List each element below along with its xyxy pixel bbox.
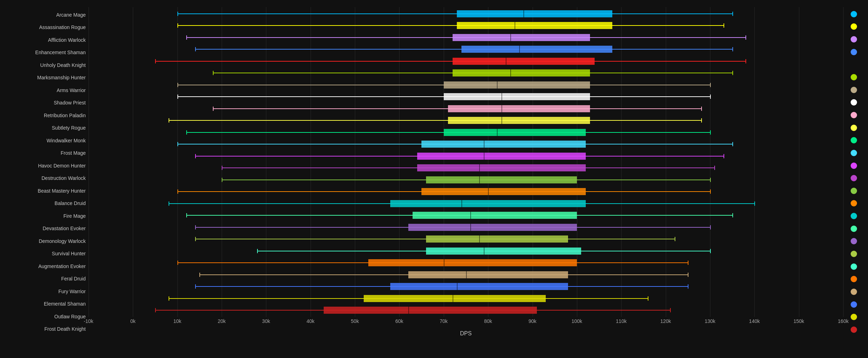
- whisker-cap-right: [675, 237, 675, 241]
- bar-row: [89, 293, 843, 304]
- whisker-cap-right: [745, 59, 746, 63]
- outlier-dot: [851, 213, 857, 219]
- y-label: Outlaw Rogue: [4, 311, 86, 322]
- y-label: Balance Druid: [4, 198, 86, 209]
- median-line: [470, 212, 471, 219]
- y-label: Arms Warrior: [4, 85, 86, 96]
- dot-row: [843, 123, 864, 133]
- whisker-cap-left: [195, 154, 196, 158]
- outlier-dot: [851, 314, 857, 320]
- outlier-dot: [851, 301, 857, 308]
- y-label: Frost Mage: [4, 148, 86, 158]
- bar-row: [89, 269, 843, 280]
- bar-row: [89, 80, 843, 90]
- y-label: Augmentation Evoker: [4, 261, 86, 272]
- whisker-cap-left: [186, 35, 187, 40]
- x-tick: 160k: [838, 318, 849, 324]
- whisker-cap-left: [195, 47, 196, 51]
- bar-row: [89, 257, 843, 268]
- y-label: Subtlety Rogue: [4, 123, 86, 133]
- chart-container: Arcane MageAssassination RogueAffliction…: [0, 0, 868, 358]
- dot-row: [843, 236, 864, 246]
- iqr-box: [368, 259, 577, 266]
- outlier-dot: [851, 238, 857, 244]
- dot-row: [843, 47, 864, 57]
- whisker-cap-left: [213, 107, 214, 111]
- x-axis-label: DPS: [89, 330, 843, 337]
- median-line: [501, 105, 502, 112]
- outlier-dot: [851, 125, 857, 131]
- iqr-box: [390, 283, 568, 290]
- y-label: Unholy Death Knight: [4, 60, 86, 70]
- whisker-cap-right: [732, 213, 733, 217]
- whisker-cap-left: [177, 12, 178, 16]
- bar-row: [89, 175, 843, 185]
- median-line: [501, 93, 502, 100]
- whisker-cap-left: [195, 284, 196, 289]
- bar-row: [89, 91, 843, 102]
- bar-row: [89, 198, 843, 209]
- iqr-box: [421, 141, 586, 148]
- outlier-dot: [851, 87, 857, 93]
- x-tick: 10k: [173, 318, 181, 324]
- median-line: [484, 153, 484, 160]
- outlier-dot: [851, 200, 857, 206]
- dot-row: [843, 286, 864, 297]
- dot-row: [843, 148, 864, 158]
- bar-row: [89, 163, 843, 173]
- outlier-dot: [851, 11, 857, 17]
- y-label: Retribution Paladin: [4, 110, 86, 121]
- bars-container: [89, 7, 843, 317]
- dot-column: [843, 7, 864, 337]
- dot-row: [843, 97, 864, 108]
- whisker-line: [177, 13, 732, 14]
- x-tick: 90k: [528, 318, 537, 324]
- median-line: [457, 283, 458, 290]
- median-line: [453, 295, 453, 302]
- y-label: Destruction Warlock: [4, 173, 86, 183]
- dot-row: [843, 198, 864, 209]
- whisker-cap-left: [199, 273, 200, 277]
- whisker-cap-left: [195, 237, 196, 241]
- median-line: [506, 58, 506, 65]
- iqr-box: [426, 235, 568, 243]
- bar-row: [89, 305, 843, 316]
- bar-row: [89, 115, 843, 126]
- y-axis-labels: Arcane MageAssassination RogueAffliction…: [4, 7, 89, 337]
- whisker-cap-left: [169, 201, 169, 206]
- whisker-cap-right: [732, 12, 733, 16]
- dot-row: [843, 211, 864, 221]
- dot-row: [843, 160, 864, 171]
- dot-row: [843, 274, 864, 284]
- whisker-cap-left: [222, 178, 222, 182]
- chart-area: -10k0k10k20k30k40k50k60k70k80k90k100k110…: [89, 7, 843, 337]
- whisker-cap-right: [732, 71, 733, 75]
- iqr-box: [457, 10, 612, 17]
- x-tick: 0k: [130, 318, 136, 324]
- y-label: Havoc Demon Hunter: [4, 160, 86, 171]
- median-line: [479, 164, 480, 171]
- dot-row: [843, 299, 864, 310]
- median-line: [488, 188, 489, 195]
- x-tick: 100k: [572, 318, 582, 324]
- whisker-cap-left: [177, 189, 178, 194]
- x-tick: 110k: [616, 318, 626, 324]
- y-label: Frost Death Knight: [4, 324, 86, 334]
- iqr-box: [444, 93, 590, 100]
- whisker-cap-left: [155, 59, 156, 63]
- iqr-box: [448, 117, 590, 124]
- median-line: [519, 46, 520, 53]
- median-line: [461, 200, 462, 207]
- outlier-dot: [851, 326, 857, 333]
- whisker-cap-left: [177, 23, 178, 28]
- y-label: Fury Warrior: [4, 286, 86, 297]
- dot-row: [843, 72, 864, 83]
- whisker-cap-left: [213, 71, 214, 75]
- iqr-box: [390, 200, 586, 207]
- outlier-dot: [851, 36, 857, 42]
- iqr-box: [457, 22, 612, 29]
- x-tick: 70k: [440, 318, 448, 324]
- iqr-box: [408, 224, 577, 231]
- outlier-dot: [851, 163, 857, 169]
- whisker-cap-left: [169, 296, 169, 301]
